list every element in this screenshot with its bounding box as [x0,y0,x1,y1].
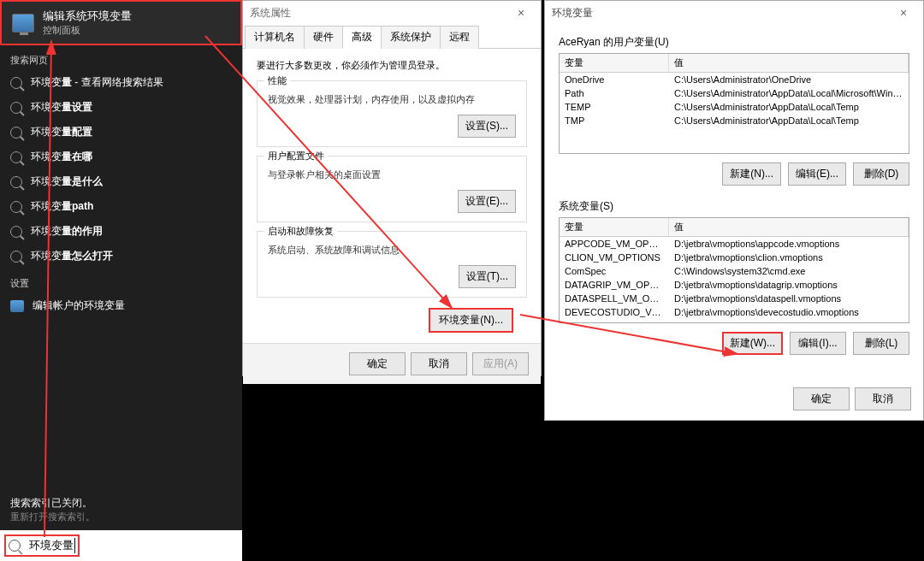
top-result-title: 编辑系统环境变量 [43,9,132,24]
search-top-result[interactable]: 编辑系统环境变量 控制面板 [0,0,242,45]
search-result-item[interactable]: 环境变量 - 查看网络搜索结果 [0,70,242,95]
search-icon [9,540,21,552]
search-result-item[interactable]: 环境变量是什么 [0,169,242,194]
table-row[interactable]: TMPC:\Users\Administrator\AppData\Local\… [560,114,909,127]
table-row[interactable]: OneDriveC:\Users\Administrator\OneDrive [560,73,909,86]
table-row[interactable]: APPCODE_VM_OPTIONSD:\jetbra\vmoptions\ap… [560,237,909,251]
start-search-panel: 编辑系统环境变量 控制面板 搜索网页 环境变量 - 查看网络搜索结果环境变量设置… [0,0,242,561]
tab-2[interactable]: 高级 [342,26,382,49]
search-input[interactable]: 环境变量 [0,530,242,561]
table-row[interactable]: DriverDataC:\Windows\System32\Drivers\Dr… [560,319,909,323]
perf-settings-button[interactable]: 设置(S)... [458,115,516,138]
table-row[interactable]: ComSpecC:\Windows\system32\cmd.exe [560,264,909,278]
user-vars-label: AceRyan 的用户变量(U) [559,35,909,50]
dialog-title: 系统属性 [250,6,291,21]
search-result-item[interactable]: 环境变量设置 [0,95,242,120]
tab-1[interactable]: 硬件 [304,26,343,49]
table-row[interactable]: TEMPC:\Users\Administrator\AppData\Local… [560,100,909,114]
search-icon [10,201,22,213]
search-icon [10,176,22,188]
table-row[interactable]: DATASPELL_VM_OPTIONSD:\jetbra\vmoptions\… [560,292,909,305]
cancel-button[interactable]: 取消 [411,352,467,375]
environment-variables-dialog: 环境变量 × AceRyan 的用户变量(U) 变量 值 OneDriveC:\… [544,0,924,421]
system-properties-dialog: 系统属性 × 计算机名硬件高级系统保护远程 要进行大多数更改，你必须作为管理员登… [242,0,542,376]
user-delete-button[interactable]: 删除(D) [853,162,909,186]
search-icon [10,127,22,139]
table-row[interactable]: PathC:\Users\Administrator\AppData\Local… [560,86,909,100]
user-new-button[interactable]: 新建(N)... [722,162,781,186]
close-icon[interactable]: × [508,6,534,20]
search-index-notice: 搜索索引已关闭。 重新打开搜索索引。 [0,491,242,529]
search-result-item[interactable]: 环境变量在哪 [0,145,242,169]
settings-item-label: 编辑帐户的环境变量 [33,298,125,313]
search-result-item[interactable]: 环境变量配置 [0,120,242,145]
system-edit-button[interactable]: 编辑(I)... [790,332,846,355]
startup-settings-button[interactable]: 设置(T)... [459,265,516,288]
tab-3[interactable]: 系统保护 [381,26,441,49]
monitor-icon [12,14,34,32]
top-result-subtitle: 控制面板 [43,24,132,37]
startup-recovery-group: 启动和故障恢复 系统启动、系统故障和调试信息 设置(T)... [257,231,527,298]
apply-button[interactable]: 应用(A) [472,352,529,375]
table-row[interactable]: DATAGRIP_VM_OPTIONSD:\jetbra\vmoptions\d… [560,278,909,292]
settings-header: 设置 [0,269,242,293]
user-edit-button[interactable]: 编辑(E)... [788,162,846,186]
settings-result-item[interactable]: 编辑帐户的环境变量 [0,293,242,318]
search-icon [10,151,22,163]
search-icon [10,102,22,114]
system-delete-button[interactable]: 删除(L) [853,332,909,355]
cancel-button[interactable]: 取消 [855,387,911,410]
web-results-header: 搜索网页 [0,45,242,70]
user-vars-table[interactable]: 变量 值 OneDriveC:\Users\Administrator\OneD… [559,53,909,154]
settings-icon [10,300,24,312]
search-result-item[interactable]: 环境变量path [0,194,242,219]
user-profile-group: 用户配置文件 与登录帐户相关的桌面设置 设置(E)... [257,156,527,222]
search-icon [10,226,22,238]
tab-4[interactable]: 远程 [440,26,479,49]
close-icon[interactable]: × [891,6,916,20]
performance-group: 性能 视觉效果，处理器计划，内存使用，以及虚拟内存 设置(S)... [257,80,527,147]
environment-variables-button[interactable]: 环境变量(N)... [429,308,513,333]
search-icon [10,77,22,89]
system-new-button[interactable]: 新建(W)... [722,332,783,355]
system-vars-table[interactable]: 变量 值 APPCODE_VM_OPTIONSD:\jetbra\vmoptio… [559,217,909,323]
dialog-title: 环境变量 [552,6,593,21]
profile-settings-button[interactable]: 设置(E)... [458,190,516,213]
search-result-item[interactable]: 环境变量怎么打开 [0,244,242,269]
table-row[interactable]: CLION_VM_OPTIONSD:\jetbra\vmoptions\clio… [560,251,909,264]
ok-button[interactable]: 确定 [349,352,406,375]
ok-button[interactable]: 确定 [793,387,850,410]
search-result-item[interactable]: 环境变量的作用 [0,219,242,244]
system-vars-label: 系统变量(S) [559,199,909,214]
search-icon [10,251,22,263]
tabs: 计算机名硬件高级系统保护远程 [243,25,541,49]
tab-0[interactable]: 计算机名 [245,26,305,49]
admin-note: 要进行大多数更改，你必须作为管理员登录。 [257,59,527,72]
table-row[interactable]: DEVECOSTUDIO_VM_OPT...D:\jetbra\vmoption… [560,305,909,319]
